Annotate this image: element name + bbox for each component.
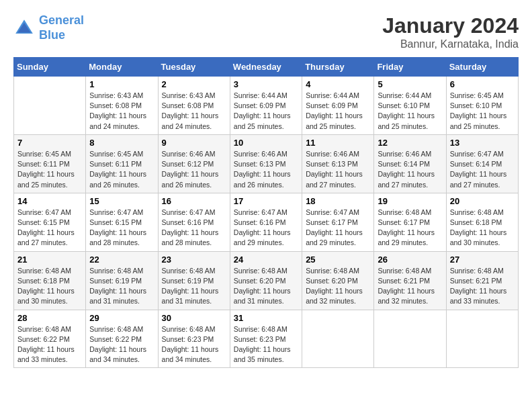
day-number: 28 [17, 313, 82, 323]
day-number: 7 [17, 138, 82, 148]
calendar-day-cell: 12Sunrise: 6:46 AM Sunset: 6:14 PM Dayli… [374, 134, 446, 193]
page-header: General Blue January 2024 Bannur, Karnat… [13, 13, 519, 50]
weekday-header-cell: Tuesday [158, 58, 230, 77]
day-info: Sunrise: 6:44 AM Sunset: 6:09 PM Dayligh… [306, 91, 370, 132]
day-info: Sunrise: 6:46 AM Sunset: 6:13 PM Dayligh… [306, 149, 370, 190]
calendar-body: 1Sunrise: 6:43 AM Sunset: 6:08 PM Daylig… [14, 77, 519, 368]
day-number: 21 [17, 255, 82, 265]
calendar-table: SundayMondayTuesdayWednesdayThursdayFrid… [13, 57, 519, 368]
day-info: Sunrise: 6:45 AM Sunset: 6:11 PM Dayligh… [89, 149, 154, 190]
day-info: Sunrise: 6:47 AM Sunset: 6:16 PM Dayligh… [234, 208, 298, 248]
calendar-day-cell [374, 310, 446, 368]
day-info: Sunrise: 6:48 AM Sunset: 6:19 PM Dayligh… [89, 266, 154, 307]
calendar-day-cell: 4Sunrise: 6:44 AM Sunset: 6:09 PM Daylig… [302, 77, 374, 135]
weekday-header-cell: Monday [86, 58, 158, 77]
logo: General Blue [13, 13, 84, 42]
calendar-day-cell: 31Sunrise: 6:48 AM Sunset: 6:23 PM Dayli… [230, 310, 302, 368]
location-title: Bannur, Karnataka, India [382, 38, 519, 50]
day-info: Sunrise: 6:47 AM Sunset: 6:15 PM Dayligh… [17, 208, 82, 248]
day-info: Sunrise: 6:48 AM Sunset: 6:21 PM Dayligh… [450, 266, 515, 307]
day-info: Sunrise: 6:48 AM Sunset: 6:20 PM Dayligh… [306, 266, 370, 307]
day-number: 20 [450, 196, 515, 206]
day-info: Sunrise: 6:46 AM Sunset: 6:14 PM Dayligh… [378, 149, 442, 190]
day-info: Sunrise: 6:47 AM Sunset: 6:14 PM Dayligh… [450, 149, 515, 190]
calendar-day-cell: 6Sunrise: 6:45 AM Sunset: 6:10 PM Daylig… [446, 77, 518, 135]
calendar-day-cell: 7Sunrise: 6:45 AM Sunset: 6:11 PM Daylig… [14, 134, 86, 193]
day-number: 31 [234, 313, 298, 323]
calendar-day-cell: 30Sunrise: 6:48 AM Sunset: 6:23 PM Dayli… [158, 310, 230, 368]
calendar-day-cell: 28Sunrise: 6:48 AM Sunset: 6:22 PM Dayli… [14, 310, 86, 368]
calendar-day-cell: 22Sunrise: 6:48 AM Sunset: 6:19 PM Dayli… [86, 251, 158, 310]
day-number: 22 [89, 255, 154, 265]
calendar-day-cell: 27Sunrise: 6:48 AM Sunset: 6:21 PM Dayli… [446, 251, 518, 310]
calendar-week-row: 7Sunrise: 6:45 AM Sunset: 6:11 PM Daylig… [14, 134, 519, 193]
calendar-day-cell: 3Sunrise: 6:44 AM Sunset: 6:09 PM Daylig… [230, 77, 302, 135]
logo-icon [13, 17, 35, 39]
day-info: Sunrise: 6:47 AM Sunset: 6:17 PM Dayligh… [306, 208, 370, 248]
day-info: Sunrise: 6:48 AM Sunset: 6:22 PM Dayligh… [17, 324, 82, 365]
day-number: 14 [17, 196, 82, 206]
day-number: 3 [234, 79, 298, 89]
calendar-day-cell: 16Sunrise: 6:47 AM Sunset: 6:16 PM Dayli… [158, 193, 230, 251]
day-info: Sunrise: 6:48 AM Sunset: 6:20 PM Dayligh… [234, 266, 298, 307]
calendar-week-row: 1Sunrise: 6:43 AM Sunset: 6:08 PM Daylig… [14, 77, 519, 135]
day-number: 10 [234, 138, 298, 148]
day-number: 6 [450, 79, 515, 89]
weekday-header-cell: Wednesday [230, 58, 302, 77]
calendar-day-cell: 8Sunrise: 6:45 AM Sunset: 6:11 PM Daylig… [86, 134, 158, 193]
day-info: Sunrise: 6:46 AM Sunset: 6:13 PM Dayligh… [234, 149, 298, 190]
calendar-day-cell: 25Sunrise: 6:48 AM Sunset: 6:20 PM Dayli… [302, 251, 374, 310]
day-number: 16 [162, 196, 226, 206]
weekday-header-cell: Thursday [302, 58, 374, 77]
calendar-day-cell: 9Sunrise: 6:46 AM Sunset: 6:12 PM Daylig… [158, 134, 230, 193]
calendar-day-cell: 11Sunrise: 6:46 AM Sunset: 6:13 PM Dayli… [302, 134, 374, 193]
day-number: 19 [378, 196, 442, 206]
calendar-day-cell [446, 310, 518, 368]
day-info: Sunrise: 6:47 AM Sunset: 6:16 PM Dayligh… [162, 208, 226, 248]
day-number: 25 [306, 255, 370, 265]
day-info: Sunrise: 6:46 AM Sunset: 6:12 PM Dayligh… [162, 149, 226, 190]
day-info: Sunrise: 6:48 AM Sunset: 6:18 PM Dayligh… [17, 266, 82, 307]
day-number: 29 [89, 313, 154, 323]
day-info: Sunrise: 6:48 AM Sunset: 6:21 PM Dayligh… [378, 266, 442, 307]
logo-line1: General [39, 13, 84, 27]
day-info: Sunrise: 6:47 AM Sunset: 6:15 PM Dayligh… [89, 208, 154, 248]
day-info: Sunrise: 6:44 AM Sunset: 6:09 PM Dayligh… [234, 91, 298, 132]
calendar-day-cell: 29Sunrise: 6:48 AM Sunset: 6:22 PM Dayli… [86, 310, 158, 368]
month-title: January 2024 [382, 13, 519, 38]
day-number: 5 [378, 79, 442, 89]
calendar-week-row: 28Sunrise: 6:48 AM Sunset: 6:22 PM Dayli… [14, 310, 519, 368]
calendar-day-cell: 20Sunrise: 6:48 AM Sunset: 6:18 PM Dayli… [446, 193, 518, 251]
logo-line2: Blue [39, 28, 65, 42]
calendar-day-cell: 23Sunrise: 6:48 AM Sunset: 6:19 PM Dayli… [158, 251, 230, 310]
calendar-day-cell: 26Sunrise: 6:48 AM Sunset: 6:21 PM Dayli… [374, 251, 446, 310]
day-info: Sunrise: 6:44 AM Sunset: 6:10 PM Dayligh… [378, 91, 442, 132]
logo-text: General Blue [39, 13, 84, 42]
weekday-header-cell: Saturday [446, 58, 518, 77]
day-number: 30 [162, 313, 226, 323]
day-info: Sunrise: 6:48 AM Sunset: 6:23 PM Dayligh… [234, 324, 298, 365]
calendar-week-row: 21Sunrise: 6:48 AM Sunset: 6:18 PM Dayli… [14, 251, 519, 310]
day-number: 15 [89, 196, 154, 206]
day-info: Sunrise: 6:48 AM Sunset: 6:17 PM Dayligh… [378, 208, 442, 248]
calendar-day-cell: 18Sunrise: 6:47 AM Sunset: 6:17 PM Dayli… [302, 193, 374, 251]
day-info: Sunrise: 6:48 AM Sunset: 6:19 PM Dayligh… [162, 266, 226, 307]
day-info: Sunrise: 6:43 AM Sunset: 6:08 PM Dayligh… [162, 91, 226, 132]
day-number: 23 [162, 255, 226, 265]
title-area: January 2024 Bannur, Karnataka, India [382, 13, 519, 50]
calendar-day-cell: 19Sunrise: 6:48 AM Sunset: 6:17 PM Dayli… [374, 193, 446, 251]
day-number: 4 [306, 79, 370, 89]
calendar-day-cell: 10Sunrise: 6:46 AM Sunset: 6:13 PM Dayli… [230, 134, 302, 193]
day-info: Sunrise: 6:48 AM Sunset: 6:23 PM Dayligh… [162, 324, 226, 365]
day-number: 18 [306, 196, 370, 206]
day-info: Sunrise: 6:45 AM Sunset: 6:11 PM Dayligh… [17, 149, 82, 190]
day-number: 17 [234, 196, 298, 206]
weekday-header-row: SundayMondayTuesdayWednesdayThursdayFrid… [14, 58, 519, 77]
day-number: 27 [450, 255, 515, 265]
calendar-day-cell: 1Sunrise: 6:43 AM Sunset: 6:08 PM Daylig… [86, 77, 158, 135]
day-number: 11 [306, 138, 370, 148]
day-info: Sunrise: 6:43 AM Sunset: 6:08 PM Dayligh… [89, 91, 154, 132]
calendar-day-cell [302, 310, 374, 368]
day-number: 12 [378, 138, 442, 148]
calendar-day-cell: 2Sunrise: 6:43 AM Sunset: 6:08 PM Daylig… [158, 77, 230, 135]
